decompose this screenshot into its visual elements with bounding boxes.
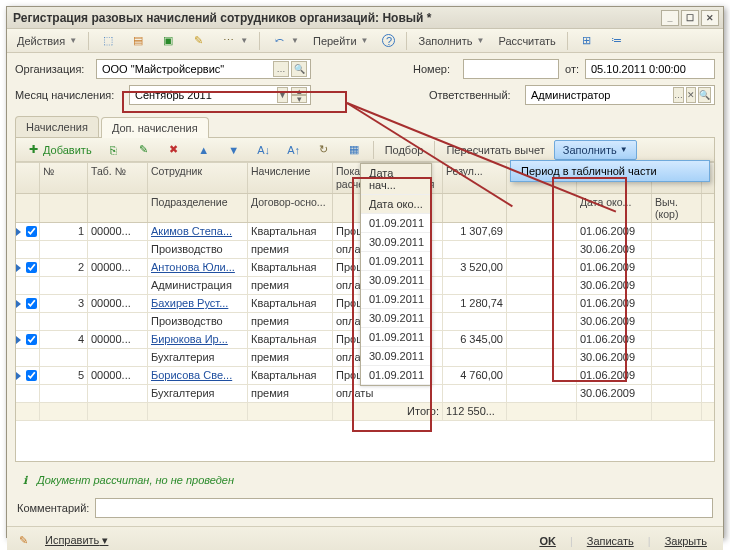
total-row: Итого: 112 550... (16, 403, 714, 421)
layout-icon-1[interactable]: ⊞ (574, 31, 600, 51)
fill-period-item[interactable]: Период в табличной части (510, 160, 710, 182)
go-menu[interactable]: Перейти▼ (308, 31, 374, 51)
date-field[interactable]: 📅 (585, 59, 715, 79)
move-down-icon[interactable]: ▼ (221, 140, 247, 160)
month-dropdown-icon[interactable]: ▼ (277, 87, 288, 103)
sort-desc-icon[interactable]: A↑ (281, 140, 307, 160)
recalc-button[interactable]: Пересчитать вычет (441, 140, 549, 160)
grid-toolbar: ✚Добавить ⎘ ✎ ✖ ▲ ▼ A↓ A↑ ↻ ▦ Подбор Пер… (16, 138, 714, 162)
close-button[interactable]: ✕ (701, 10, 719, 26)
row-marker-icon (16, 264, 21, 272)
tab-accruals[interactable]: Начисления (15, 116, 99, 137)
org-field[interactable]: … 🔍 (96, 59, 311, 79)
edit-icon[interactable]: ✎ (131, 140, 157, 160)
col-tabn[interactable]: Таб. № (88, 163, 148, 193)
minimize-button[interactable]: _ (661, 10, 679, 26)
col-result[interactable]: Резул... (443, 163, 507, 193)
resp-input[interactable] (529, 87, 671, 103)
info-icon: ℹ (17, 472, 33, 488)
month-field[interactable]: ▼ ▴ ▾ (129, 85, 311, 105)
resp-field[interactable]: … ✕ 🔍 (525, 85, 715, 105)
month-spin-down[interactable]: ▾ (291, 95, 307, 103)
date-popup: Дата нач... Дата око... 01.09.2011 30.09… (360, 163, 432, 386)
accruals-grid: № Таб. № Сотрудник Начисление Показатели… (16, 162, 714, 461)
tab-extra-accruals[interactable]: Доп. начисления (101, 117, 209, 138)
row-checkbox[interactable] (26, 262, 37, 273)
add-copy-icon[interactable]: ⎘ (101, 140, 127, 160)
row-checkbox[interactable] (26, 298, 37, 309)
month-label: Месяц начисления: (15, 89, 123, 101)
fill-menu[interactable]: Заполнить▼ (413, 31, 489, 51)
fill-dropdown-button[interactable]: Заполнить▼ (554, 140, 637, 160)
row-checkbox[interactable] (26, 334, 37, 345)
back-icon[interactable]: ⤺▼ (266, 31, 304, 51)
number-field[interactable] (463, 59, 559, 79)
fix-button[interactable]: Исправить ▾ (37, 531, 116, 550)
org-select-icon[interactable]: … (273, 61, 289, 77)
resp-select-icon[interactable]: … (673, 87, 684, 103)
resp-open-icon[interactable]: 🔍 (698, 87, 711, 103)
fix-icon: ✎ (15, 533, 31, 549)
resp-clear-icon[interactable]: ✕ (686, 87, 696, 103)
org-open-icon[interactable]: 🔍 (291, 61, 307, 77)
col-date-end[interactable]: Дата око... (577, 194, 652, 222)
row-marker-icon (16, 372, 21, 380)
document-status: ℹ Документ рассчитан, но не проведен (7, 466, 723, 494)
comment-input[interactable] (99, 500, 709, 516)
comment-label: Комментарий: (17, 502, 89, 514)
row-marker-icon (16, 300, 21, 308)
delete-icon[interactable]: ✖ (161, 140, 187, 160)
col-employee[interactable]: Сотрудник (148, 163, 248, 193)
col-subdivision[interactable]: Подразделение (148, 194, 248, 222)
month-input[interactable] (133, 87, 275, 103)
comment-field[interactable] (95, 498, 713, 518)
actions-menu[interactable]: Действия▼ (12, 31, 82, 51)
sort-asc-icon[interactable]: A↓ (251, 140, 277, 160)
maximize-button[interactable]: ☐ (681, 10, 699, 26)
post-icon[interactable]: ▣ (155, 31, 181, 51)
refresh-icon[interactable]: ↻ (311, 140, 337, 160)
close-form-button[interactable]: Закрыть (657, 532, 715, 550)
row-checkbox[interactable] (26, 226, 37, 237)
document-icon[interactable]: ✎ (185, 31, 211, 51)
columns-icon[interactable]: ▦ (341, 140, 367, 160)
main-toolbar: Действия▼ ⬚ ▤ ▣ ✎ ⋯▼ ⤺▼ Перейти▼ ? Запол… (7, 29, 723, 53)
table-row-sub[interactable]: Бухгалтерияпремияоплаты30.06.2009 (16, 385, 714, 403)
number-label: Номер: (413, 63, 457, 75)
layout-icon-2[interactable]: ≔ (604, 31, 630, 51)
calculate-button[interactable]: Рассчитать (493, 31, 560, 51)
org-label: Организация: (15, 63, 90, 75)
help-icon[interactable]: ? (377, 31, 400, 51)
save-icon[interactable]: ⬚ (95, 31, 121, 51)
add-button[interactable]: ✚Добавить (20, 140, 97, 160)
date-input[interactable] (589, 61, 730, 77)
move-up-icon[interactable]: ▲ (191, 140, 217, 160)
window-title: Регистрация разовых начислений сотрудник… (11, 11, 661, 25)
row-marker-icon (16, 336, 21, 344)
selection-button[interactable]: Подбор (380, 140, 429, 160)
row-marker-icon (16, 228, 21, 236)
write-button[interactable]: Записать (579, 532, 642, 550)
fill-dropdown-menu: Период в табличной части (510, 160, 710, 182)
col-accrual[interactable]: Начисление (248, 163, 333, 193)
org-input[interactable] (100, 61, 271, 77)
ok-button[interactable]: OK (531, 532, 564, 550)
col-n[interactable]: № (40, 163, 88, 193)
col-contract[interactable]: Договор-осно... (248, 194, 333, 222)
row-checkbox[interactable] (26, 370, 37, 381)
book-icon[interactable]: ▤ (125, 31, 151, 51)
resp-label: Ответственный: (429, 89, 519, 101)
more-icon[interactable]: ⋯▼ (215, 31, 253, 51)
